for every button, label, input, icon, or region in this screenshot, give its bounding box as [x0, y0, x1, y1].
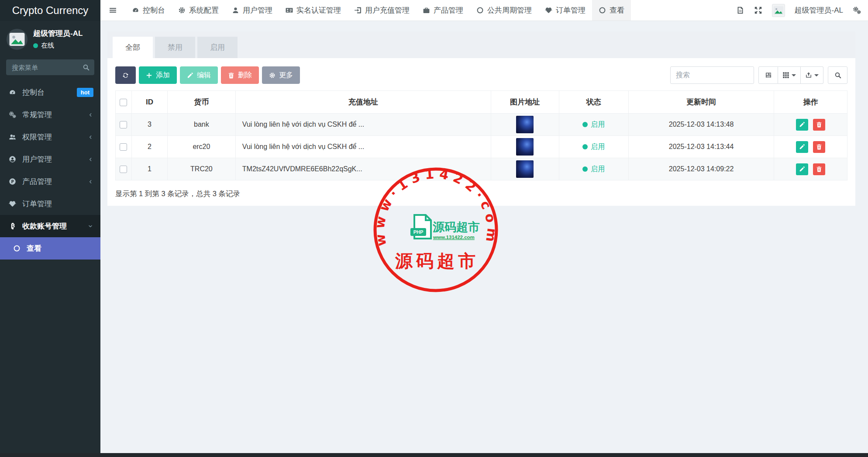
- cell-address: Vui lòng liên hệ với dịch vụ CSKH để ...: [235, 136, 491, 158]
- sidebar-item-view[interactable]: 查看: [0, 237, 100, 260]
- topnav-user-name[interactable]: 超级管理员-AL: [795, 5, 843, 15]
- sidebar-item-payment-accounts[interactable]: 收款账号管理: [0, 215, 100, 237]
- topnav-item-recharge[interactable]: 用户充值管理: [348, 0, 416, 21]
- cell-currency: erc20: [167, 136, 235, 158]
- topnav-item-dashboard[interactable]: 控制台: [125, 0, 172, 21]
- user-circle-icon: [7, 156, 17, 163]
- avatar[interactable]: [772, 4, 785, 17]
- sidebar-item-users[interactable]: 用户管理: [0, 148, 100, 170]
- currency-image-thumbnail[interactable]: [516, 160, 534, 178]
- bottom-bar: [0, 453, 868, 457]
- sidebar-item-label: 产品管理: [22, 177, 52, 187]
- status-badge: 启用: [582, 165, 605, 174]
- column-header-status: 状态: [559, 91, 628, 114]
- sidebar-item-label: 订单管理: [22, 199, 52, 209]
- cell-updated: 2025-12-03 14:13:44: [628, 136, 774, 158]
- product-icon: [7, 178, 17, 185]
- cell-updated: 2025-12-03 14:09:22: [628, 158, 774, 180]
- export-icon: [805, 72, 812, 79]
- add-button[interactable]: 添加: [139, 66, 177, 84]
- delete-button[interactable]: 删除: [221, 66, 259, 84]
- sidebar-item-permissions[interactable]: 权限管理: [0, 126, 100, 148]
- chevron-left-icon: [87, 155, 93, 164]
- record-summary: 显示第 1 到第 3 条记录，总共 3 条记录: [115, 189, 847, 199]
- more-button[interactable]: 更多: [262, 66, 300, 84]
- row-checkbox[interactable]: [120, 166, 127, 173]
- row-checkbox[interactable]: [120, 121, 127, 128]
- pencil-icon: [799, 144, 805, 150]
- trash-icon: [816, 144, 822, 150]
- column-header-address: 充值地址: [235, 91, 491, 114]
- refresh-icon: [122, 72, 129, 79]
- table-toolbar: 添加 编辑 删除 更多: [115, 66, 847, 84]
- users-icon: [7, 133, 17, 141]
- plus-icon: [146, 72, 152, 79]
- currency-image-thumbnail[interactable]: [516, 116, 534, 133]
- edit-button[interactable]: 编辑: [180, 66, 218, 84]
- caret-down-icon: [792, 74, 796, 76]
- language-icon[interactable]: [736, 6, 744, 14]
- row-delete-button[interactable]: [813, 163, 825, 175]
- hamburger-icon[interactable]: [100, 0, 125, 21]
- topnav-item-orders[interactable]: 订单管理: [538, 0, 592, 21]
- status-dot-icon: [582, 166, 588, 172]
- pencil-icon: [799, 166, 805, 172]
- column-search-button[interactable]: [828, 66, 847, 84]
- row-delete-button[interactable]: [813, 141, 825, 153]
- select-all-checkbox[interactable]: [120, 99, 127, 106]
- gauge-icon: [132, 7, 139, 14]
- sidebar-item-label: 常规管理: [22, 110, 52, 120]
- topnav-item-system-config[interactable]: 系统配置: [172, 0, 225, 21]
- export-button[interactable]: [801, 66, 823, 84]
- avatar[interactable]: [7, 29, 28, 50]
- topnav-item-products[interactable]: 产品管理: [416, 0, 470, 21]
- topnav-item-kyc[interactable]: 实名认证管理: [279, 0, 348, 21]
- row-delete-button[interactable]: [813, 119, 825, 131]
- header-checkbox-cell: [116, 91, 132, 114]
- pencil-icon: [187, 72, 193, 79]
- sidebar-menu: 控制台 hot 常规管理 权限管理 用户管理 产品管理: [0, 81, 100, 260]
- tab-bar: 全部 禁用 启用: [107, 31, 855, 58]
- row-edit-button[interactable]: [796, 163, 808, 175]
- row-checkbox[interactable]: [120, 143, 127, 151]
- table-row: 2 erc20 Vui lòng liên hệ với dịch vụ CSK…: [116, 136, 847, 158]
- menu-search: [6, 59, 94, 75]
- cogs-icon[interactable]: [853, 6, 861, 14]
- tab-disabled[interactable]: 禁用: [155, 37, 195, 58]
- circle-icon: [11, 245, 22, 252]
- table-search-input[interactable]: [670, 66, 754, 84]
- topnav-item-users[interactable]: 用户管理: [225, 0, 279, 21]
- sidebar-item-general[interactable]: 常规管理: [0, 104, 100, 126]
- column-header-currency: 货币: [167, 91, 235, 114]
- gear-icon: [269, 72, 276, 79]
- tab-all[interactable]: 全部: [113, 37, 153, 58]
- column-header-image: 图片地址: [491, 91, 559, 114]
- topnav-item-public-cycle[interactable]: 公共周期管理: [470, 0, 538, 21]
- refresh-button[interactable]: [115, 66, 136, 84]
- sidebar-item-label: 查看: [27, 243, 41, 253]
- bitcoin-icon: [7, 222, 17, 230]
- top-nav: 控制台 系统配置 用户管理 实名认证管理 用户充值管理 产品管理 公共周期管理 …: [100, 0, 868, 21]
- columns-icon: [782, 72, 789, 79]
- fullscreen-icon[interactable]: [754, 6, 762, 14]
- detail-view-button[interactable]: [758, 66, 778, 84]
- app-window: Crypto Currency 超级管理员-AL 在线 控制台 hot 常规管理: [0, 0, 868, 457]
- columns-button[interactable]: [778, 66, 801, 84]
- cell-address: Vui lòng liên hệ với dịch vụ CSKH để ...: [235, 114, 491, 136]
- circle-icon: [476, 7, 484, 14]
- row-edit-button[interactable]: [796, 119, 808, 131]
- column-header-id: ID: [131, 91, 167, 114]
- sidebar-user-name: 超级管理员-AL: [33, 28, 83, 38]
- sidebar-item-label: 用户管理: [22, 154, 52, 164]
- sidebar-item-label: 控制台: [22, 87, 45, 97]
- topnav-item-view[interactable]: 查看: [592, 0, 631, 21]
- sidebar-item-dashboard[interactable]: 控制台 hot: [0, 81, 100, 104]
- tab-enabled[interactable]: 启用: [197, 37, 238, 58]
- menu-search-input[interactable]: [6, 59, 94, 75]
- sidebar-item-products[interactable]: 产品管理: [0, 170, 100, 193]
- row-edit-button[interactable]: [796, 141, 808, 153]
- id-card-icon: [286, 7, 293, 14]
- chevron-down-icon: [87, 222, 93, 231]
- sidebar-item-orders[interactable]: 订单管理: [0, 193, 100, 215]
- currency-image-thumbnail[interactable]: [516, 138, 534, 156]
